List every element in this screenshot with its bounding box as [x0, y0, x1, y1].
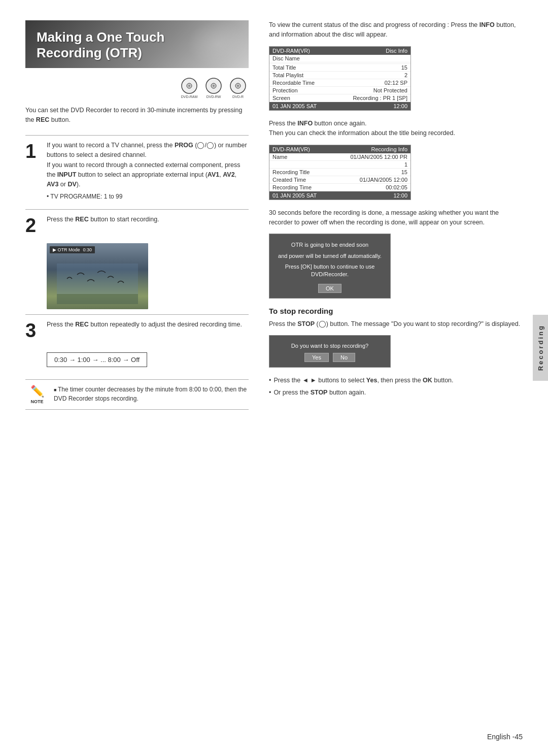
otr-dialog: OTR is going to be ended soon and power … [269, 234, 391, 299]
svg-rect-10 [57, 294, 138, 304]
disc-info-screen-header: DVD-RAM(VR) Disc Info [269, 47, 410, 55]
stop-recording-heading: To stop recording [269, 307, 523, 315]
intro-text: You can set the DVD Recorder to record i… [25, 106, 249, 125]
right-column: To view the current status of the disc a… [269, 20, 523, 410]
recording-info-screen: DVD-RAM(VR) Recording Info Name 01/JAN/2… [269, 145, 411, 200]
screen-row: Screen Recording : PR 1 [SP] [269, 94, 410, 102]
recording-side-tab: Recording [533, 315, 548, 381]
recording-side-tab-label: Recording [537, 324, 544, 371]
step-1-content: If you want to record a TV channel, pres… [47, 141, 249, 201]
otr-warning-text: 30 seconds before the recording is done,… [269, 208, 523, 228]
disc-info-screen-footer: 01 JAN 2005 SAT 12:00 [269, 102, 410, 110]
step-2: 2 Press the REC button to start recordin… [25, 215, 249, 235]
otr-time-label: 0:30 [83, 247, 92, 252]
step-1: 1 If you want to record a TV channel, pr… [25, 141, 249, 201]
svg-point-5 [213, 85, 215, 87]
divider-2 [25, 209, 249, 210]
content-wrapper: Making a One Touch Recording (OTR) DVD-R… [25, 20, 523, 410]
step-2-content: Press the REC button to start recording. [47, 215, 249, 235]
bullet-item-2: Or press the STOP button again. [269, 388, 523, 398]
note-icon-area: ✏️ NOTE [25, 385, 49, 404]
stop-recording-text: Press the STOP (◯) button. The message "… [269, 319, 523, 329]
stop-yes-button[interactable]: Yes [304, 353, 329, 362]
otr-ok-button[interactable]: OK [318, 284, 341, 293]
divider-3 [25, 314, 249, 315]
bullet-item-1: Press the ◄ ► buttons to select Yes, the… [269, 376, 523, 385]
svg-point-2 [188, 85, 190, 87]
title-box: Making a One Touch Recording (OTR) [25, 20, 249, 68]
disc-name-row: Disc Name [269, 55, 410, 62]
otr-dialog-line2: and power will be turned off automatical… [278, 252, 382, 260]
step-1-bullet: TV PROGRAMME: 1 to 99 [47, 192, 249, 202]
rec-name-value-row: 1 [269, 161, 410, 169]
step-3: 3 Press the REC button repeatedly to adj… [25, 320, 249, 340]
recordable-time-row: Recordable Time 02:12 SP [269, 79, 410, 87]
protection-row: Protection Not Protected [269, 87, 410, 94]
stop-dialog-question: Do you want to stop recording? [278, 343, 382, 349]
stop-no-button[interactable]: No [333, 353, 355, 362]
total-playlist-row: Total Playlist 2 [269, 72, 410, 79]
svg-point-8 [237, 85, 239, 87]
otr-dialog-line1: OTR is going to be ended soon [278, 241, 382, 249]
step-3-number: 3 [25, 320, 40, 340]
step-3-content: Press the REC button repeatedly to adjus… [47, 320, 249, 340]
disc-icons-row: DVD-RAM DVD-RW DVD-R [25, 77, 249, 98]
birds-svg [57, 264, 138, 304]
otr-mode-label: ▶ OTR Mode [53, 247, 80, 252]
tv-screen-image: ▶ OTR Mode 0:30 [47, 243, 148, 309]
note-label: NOTE [30, 399, 43, 404]
recording-info-footer: 01 JAN 2005 SAT 12:00 [269, 191, 410, 200]
disc-info-intro: To view the current status of the disc a… [269, 20, 523, 40]
note-box: ✏️ NOTE The timer counter decreases by t… [25, 379, 249, 410]
rec-title-row: Recording Title 15 [269, 169, 410, 176]
recording-time-sequence: 0:30 → 1:00 → ... 8:00 → Off [47, 352, 147, 367]
page-container: Making a One Touch Recording (OTR) DVD-R… [0, 0, 548, 756]
dvd-r-icon: DVD-R [227, 77, 249, 98]
recording-time-row: Recording Time 00:02:05 [269, 184, 410, 191]
page-title: Making a One Touch Recording (OTR) [37, 29, 237, 61]
note-text: The timer counter decreases by the minut… [54, 385, 249, 403]
tv-birds-background: ▶ OTR Mode 0:30 [47, 243, 148, 309]
note-pencil-icon: ✏️ [30, 385, 44, 398]
step-1-number: 1 [25, 141, 40, 201]
otr-dialog-line3: Press [OK] button to continue to use DVD… [278, 263, 382, 279]
page-footer: English -45 [487, 733, 523, 741]
divider-1 [25, 135, 249, 136]
dvd-rw-icon: DVD-RW [203, 77, 224, 98]
info-again-text: Press the INFO button once again. Then y… [269, 119, 523, 139]
recording-info-header: DVD-RAM(VR) Recording Info [269, 145, 410, 153]
stop-dialog: Do you want to stop recording? Yes No [269, 335, 391, 368]
total-title-row: Total Title 15 [269, 64, 410, 72]
stop-dialog-buttons: Yes No [278, 353, 382, 362]
dvd-ram-icon: DVD-RAM [179, 77, 200, 98]
created-time-row: Created Time 01/JAN/2005 12:00 [269, 176, 410, 184]
rec-name-row: Name 01/JAN/2005 12:00 PR [269, 153, 410, 161]
step-2-number: 2 [25, 215, 40, 235]
left-column: Making a One Touch Recording (OTR) DVD-R… [25, 20, 249, 410]
stop-recording-bullets: Press the ◄ ► buttons to select Yes, the… [269, 376, 523, 398]
disc-info-screen: DVD-RAM(VR) Disc Info Disc Name Total Ti… [269, 46, 411, 111]
